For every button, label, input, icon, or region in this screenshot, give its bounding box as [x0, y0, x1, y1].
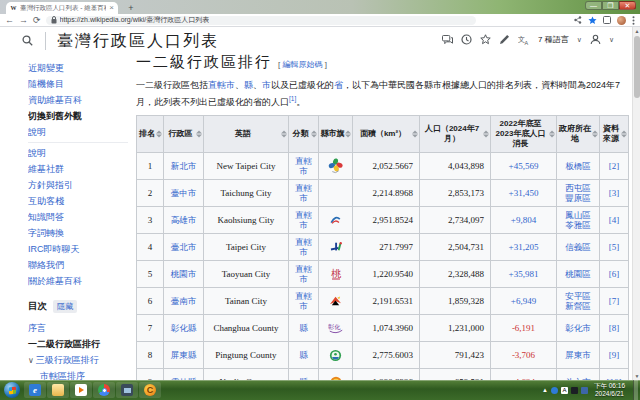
window-minimize-button[interactable]: —: [585, 1, 602, 10]
language-count-label[interactable]: 7 種語言: [538, 34, 569, 45]
sidebar-item[interactable]: 方針與指引: [28, 177, 128, 193]
seat-link[interactable]: 板橋區: [559, 161, 597, 171]
page-scrollbar[interactable]: ▲ ▼: [632, 27, 640, 380]
seat-link[interactable]: 信義區: [559, 242, 597, 252]
window-maximize-button[interactable]: ❐: [602, 1, 619, 10]
language-chevron-icon[interactable]: ∨: [577, 36, 582, 44]
address-bar[interactable]: https://zh.wikipedia.org/wiki/臺灣行政區人口列表: [46, 16, 476, 25]
translate-icon[interactable]: 文 A: [518, 35, 530, 45]
sidebar-item[interactable]: 說明: [28, 124, 128, 140]
window-close-button[interactable]: ✕: [619, 1, 636, 10]
reference-link[interactable]: [3]: [609, 188, 620, 198]
scroll-down-icon[interactable]: ▼: [633, 372, 640, 380]
reference-link[interactable]: [2]: [609, 161, 620, 171]
district-link[interactable]: 屏東縣: [171, 350, 197, 360]
column-header[interactable]: 排名: [137, 116, 164, 153]
column-header[interactable]: 行政區: [164, 116, 204, 153]
sort-icon[interactable]: [345, 131, 351, 138]
district-link[interactable]: 臺南市: [171, 296, 197, 306]
seat-link[interactable]: 新營區: [559, 301, 597, 311]
sidebar-item[interactable]: 切換到舊外觀: [28, 108, 128, 124]
sidebar-item[interactable]: 知識問答: [28, 209, 128, 225]
search-icon[interactable]: [22, 35, 33, 46]
sort-icon[interactable]: [549, 131, 555, 138]
tray-ime-icon[interactable]: A: [561, 387, 568, 394]
category-link[interactable]: 縣: [299, 350, 308, 360]
taskbar-file-explorer[interactable]: [47, 382, 69, 398]
tray-volume-icon[interactable]: [571, 387, 578, 394]
district-link[interactable]: 彰化縣: [171, 323, 197, 333]
sort-icon[interactable]: [412, 131, 418, 138]
sort-icon[interactable]: [621, 131, 627, 138]
sidebar-item[interactable]: 互助客棧: [28, 193, 128, 209]
watchlist-star-icon[interactable]: [480, 34, 491, 45]
history-icon[interactable]: [461, 34, 472, 45]
column-header[interactable]: 政府所在地: [557, 116, 600, 153]
taskbar-remote-desktop[interactable]: [116, 382, 138, 398]
category-link[interactable]: 直轄市: [291, 210, 316, 230]
tab-close-icon[interactable]: ×: [109, 4, 114, 12]
sort-icon[interactable]: [311, 131, 317, 138]
share-icon[interactable]: [574, 16, 582, 24]
forward-button-icon[interactable]: →: [19, 16, 28, 25]
category-link[interactable]: 直轄市: [291, 156, 316, 176]
edit-source-link[interactable]: [ 編輯原始碼 ]: [278, 59, 327, 70]
scroll-up-icon[interactable]: ▲: [633, 27, 640, 35]
sidebar-item[interactable]: 隨機條目: [28, 76, 128, 92]
sidebar-item[interactable]: 資助維基百科: [28, 92, 128, 108]
intro-link[interactable]: 縣: [244, 80, 253, 90]
sort-icon[interactable]: [196, 131, 202, 138]
category-link[interactable]: 直轄市: [291, 237, 316, 257]
seat-link[interactable]: 屏東市: [559, 350, 597, 360]
toc-item[interactable]: 市轄區排序: [28, 368, 132, 380]
district-link[interactable]: 臺中市: [171, 188, 197, 198]
column-header[interactable]: 人口（2024年7月）: [420, 116, 491, 153]
tab-switcher-icon[interactable]: [603, 16, 611, 24]
reference-link[interactable]: [4]: [609, 215, 620, 225]
profile-avatar[interactable]: [617, 16, 626, 25]
column-header[interactable]: 2022年底至2023年底人口消長: [491, 116, 557, 153]
district-link[interactable]: 臺北市: [171, 242, 197, 252]
column-header[interactable]: 資料來源: [600, 116, 629, 153]
column-header[interactable]: 縣市旗: [319, 116, 353, 153]
seat-link[interactable]: 苓雅區: [559, 220, 597, 230]
toc-hide-button[interactable]: 隱藏: [53, 300, 77, 313]
seat-link[interactable]: 鳳山區: [559, 210, 597, 220]
taskbar-internet-explorer[interactable]: e: [24, 382, 46, 398]
new-tab-button[interactable]: +: [124, 3, 138, 13]
category-link[interactable]: 縣: [299, 323, 308, 333]
seat-link[interactable]: 豐原區: [559, 193, 597, 203]
toc-item[interactable]: ∨三級行政區排行: [28, 352, 132, 368]
taskbar-media-player[interactable]: [70, 382, 92, 398]
seat-link[interactable]: 安平區: [559, 291, 597, 301]
column-header[interactable]: 分類: [289, 116, 319, 153]
sidebar-item[interactable]: 關於維基百科: [28, 273, 128, 289]
reload-button-icon[interactable]: ⟳: [33, 16, 41, 25]
reference-link[interactable]: [5]: [609, 242, 620, 252]
taskbar-chrome[interactable]: [93, 382, 115, 398]
column-header[interactable]: 英語: [204, 116, 289, 153]
sidebar-item[interactable]: 近期變更: [28, 60, 128, 76]
category-link[interactable]: 直轄市: [291, 264, 316, 284]
sidebar-item[interactable]: 說明: [28, 145, 128, 161]
sidebar-item[interactable]: IRC即時聊天: [28, 241, 128, 257]
start-button[interactable]: [4, 382, 20, 398]
district-link[interactable]: 新北市: [171, 161, 197, 171]
sort-icon[interactable]: [592, 131, 598, 138]
sort-icon[interactable]: [156, 131, 162, 138]
sidebar-item[interactable]: 聯絡我們: [28, 257, 128, 273]
tray-action-center-icon[interactable]: [581, 387, 588, 394]
sidebar-item[interactable]: 字詞轉換: [28, 225, 128, 241]
sort-icon[interactable]: [281, 131, 287, 138]
taskbar-app-orange[interactable]: C: [139, 382, 161, 398]
category-link[interactable]: 直轄市: [291, 291, 316, 311]
browser-menu-icon[interactable]: [632, 16, 635, 25]
browser-tab[interactable]: W 臺灣行政區人口列表 - 維基百科… ×: [6, 2, 118, 14]
talk-icon[interactable]: [442, 35, 453, 45]
edit-pencil-icon[interactable]: [499, 34, 510, 45]
category-link[interactable]: 直轄市: [291, 183, 316, 203]
intro-link[interactable]: 省: [334, 80, 343, 90]
sort-icon[interactable]: [483, 131, 489, 138]
sidebar-item[interactable]: 維基社群: [28, 161, 128, 177]
scrollbar-thumb[interactable]: [634, 36, 640, 98]
